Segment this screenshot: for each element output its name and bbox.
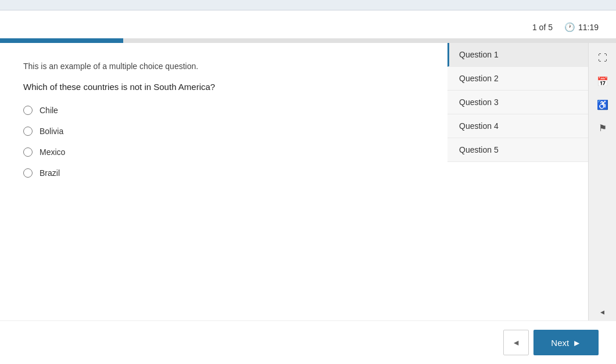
question-panel: This is an example of a multiple choice … [0,43,447,320]
label-bolivia[interactable]: Bolivia [40,127,63,136]
answer-option-brazil[interactable]: Brazil [23,168,424,178]
sidebar-wrapper: Question 1 Question 2 Question 3 Questio… [447,43,616,320]
question-text: Which of these countries is not in South… [23,82,424,92]
header-bar: 1 of 5 🕐 11:19 [0,10,616,38]
next-arrow-icon: ► [572,338,581,348]
answer-option-bolivia[interactable]: Bolivia [23,127,424,136]
question-description: This is an example of a multiple choice … [23,60,424,73]
answer-option-chile[interactable]: Chile [23,106,424,115]
accessibility-button[interactable]: ♿ [592,94,613,115]
main-container: 1 of 5 🕐 11:19 This is an example of a m… [0,10,616,364]
timer: 🕐 11:19 [564,22,599,33]
radio-chile[interactable] [23,106,33,115]
icon-panel: ⛶ 📅 ♿ ⚑ ◂ [588,43,616,320]
bottom-bar: ◄ Next ► [0,320,616,364]
page-indicator: 1 of 5 [532,23,553,32]
prev-button[interactable]: ◄ [503,330,529,355]
accessibility-icon: ♿ [597,99,608,110]
label-mexico[interactable]: Mexico [40,147,65,157]
progress-bar-container [0,38,616,43]
collapse-icon: ◂ [600,307,604,316]
nav-item-q3[interactable]: Question 3 [447,91,588,114]
next-button[interactable]: Next ► [533,330,599,355]
calendar-icon: 📅 [597,76,608,87]
collapse-button[interactable]: ◂ [592,303,613,320]
calendar-button[interactable]: 📅 [592,71,613,92]
fullscreen-button[interactable]: ⛶ [592,48,613,69]
radio-brazil[interactable] [23,168,33,178]
prev-arrow-icon: ◄ [512,338,520,347]
top-bar [0,0,616,10]
timer-value: 11:19 [578,23,599,32]
radio-mexico[interactable] [23,147,33,157]
nav-item-q2[interactable]: Question 2 [447,67,588,91]
progress-bar-fill [0,38,123,43]
nav-item-q1[interactable]: Question 1 [447,43,588,67]
clock-icon: 🕐 [564,22,575,33]
nav-item-q5[interactable]: Question 5 [447,138,588,162]
content-area: This is an example of a multiple choice … [0,43,616,320]
flag-button[interactable]: ⚑ [592,117,613,138]
flag-icon: ⚑ [599,122,607,134]
radio-bolivia[interactable] [23,127,33,136]
label-chile[interactable]: Chile [40,106,58,115]
answer-option-mexico[interactable]: Mexico [23,147,424,157]
label-brazil[interactable]: Brazil [40,168,60,178]
next-label: Next [551,338,569,348]
nav-item-q4[interactable]: Question 4 [447,114,588,138]
nav-panel: Question 1 Question 2 Question 3 Questio… [447,43,588,320]
fullscreen-icon: ⛶ [598,53,607,63]
